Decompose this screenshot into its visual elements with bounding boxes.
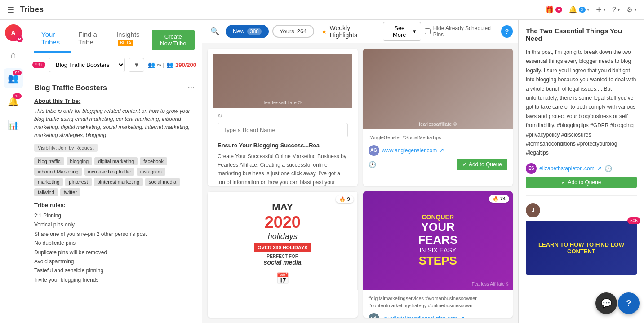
tribe-selector-dropdown[interactable]: Blog Traffic Boosters [49,58,125,72]
right-url[interactable]: elizabethstapleton.com [539,165,595,172]
sidebar-item-tribes[interactable]: 👥 92 [4,68,23,88]
hamburger-icon[interactable]: ☰ [7,5,14,15]
conquer-fears: FEARS [418,234,457,247]
member-count-divider: | [163,62,164,68]
rules-title: Tribe rules: [34,202,195,208]
member-icon: 👥 [148,62,155,68]
sidebar-item-analytics[interactable]: 📊 [4,115,23,135]
may2020-content: MAY 2020 holidays OVER 330 HOLIDAYS PERF… [249,197,315,270]
tag-facebook[interactable]: facebook [140,157,167,165]
chat-button[interactable]: 💬 [595,292,617,314]
hide-scheduled-checkbox[interactable] [425,28,431,34]
right-external-icon[interactable]: ↗ [597,165,602,172]
settings-icon[interactable]: ⚙ ▾ [626,5,637,14]
user-avatar[interactable]: A P [5,24,22,41]
tag-tailwind[interactable]: tailwind [34,188,58,196]
source-url-2[interactable]: www.angiegensler.com [382,147,437,154]
refresh-icon[interactable]: ↻ [218,112,222,119]
tribe-info-title: Blog Traffic Boosters ⋯ [34,84,195,92]
right-panel: The Two Essential Things You Need In thi… [518,20,644,323]
tag-digital-marketing[interactable]: digital marketing [94,157,138,165]
add-icon[interactable]: + ▾ [596,4,606,16]
post-tags-2: #AngleGensler #SocialMediaTips [369,134,508,142]
hide-scheduled: Hide Already Scheduled Pins [425,25,497,38]
notif-badge: 10 [13,93,21,99]
tribe-description: This tribe is only for blogging related … [34,107,195,139]
tribes-badge: 92 [13,70,21,75]
tab-your-tribes[interactable]: Your Tribes [34,27,71,53]
tag-inbound-marketing[interactable]: inbound Marketing [34,168,82,176]
tribe-options-icon[interactable]: ⋯ [187,84,195,92]
right-bottom-avatar-row: J [526,203,637,217]
tag-marketing[interactable]: marketing [34,178,63,186]
external-link-icon-2[interactable]: ↗ [440,147,444,154]
sidebar-item-home[interactable]: ⌂ [4,45,23,65]
conquer-title: CONQUER [418,213,457,221]
content-tabs: 🔍 New 388 Yours 264 ★ Weekly Highlights … [202,20,518,43]
rule-8: Invite your blogging friends [34,275,195,284]
tag-blogging[interactable]: blogging [67,157,93,165]
create-tribe-button[interactable]: Create New Tribe [152,30,195,50]
help-button[interactable]: ? [501,25,513,38]
fire-icon-4: 🔥 [493,196,499,202]
rules-list: 2:1 Pinning Vertical pins only Share one… [34,211,195,284]
app-title: Tribes [20,5,540,14]
conquer-your: YOUR [418,221,457,234]
tag-increase-blog-traffic[interactable]: increase blog traffic [84,168,134,176]
year-label: 2020 [254,213,311,232]
tribe-options-button[interactable]: ▼ [129,58,144,72]
holidays-label: holidays [254,232,311,241]
right-avatar: ES [526,163,537,174]
bottom-image-text: LEARN TO HOW TO FIND LOW CONTENT [530,241,632,255]
tribe-selector-row: 99+ Blog Traffic Boosters ▼ 👥 ∞ | 👥 190/… [27,53,202,77]
tag-instagram[interactable]: instagram [137,168,165,176]
content-area: 🔍 New 388 Yours 264 ★ Weekly Highlights … [202,20,518,323]
board-name-input[interactable] [218,123,348,137]
tab-find-tribe[interactable]: Find a Tribe [71,27,109,53]
notification-icon[interactable]: 🔔 3 ▾ [568,5,590,14]
tab-insights[interactable]: Insights BETA [109,27,152,53]
tag-pinterest[interactable]: pinterest [65,178,91,186]
search-button[interactable]: 🔍 [208,24,222,38]
post-card-1: fearlessaffiliate © ↻ Ensure Your Bloggi… [208,49,358,186]
help-icon[interactable]: ? ▾ [612,6,620,14]
posts-grid: fearlessaffiliate © ↻ Ensure Your Bloggi… [202,43,518,323]
tab-yours[interactable]: Yours 264 [272,25,314,38]
hide-scheduled-label: Hide Already Scheduled Pins [433,25,497,38]
right-panel-title: The Two Essential Things You Need [526,27,637,42]
external-link-icon-4[interactable]: ↗ [460,315,465,318]
right-add-queue-button[interactable]: ✓ Add to Queue [526,177,637,188]
rule-6: Avoid spamming [34,257,195,266]
top-bar: ☰ Tribes 🎁 ▾ 🔔 3 ▾ + ▾ ? ▾ ⚙ ▾ [0,0,644,20]
rule-4: No duplicate pins [34,239,195,248]
post-image-3: 🔥 9 MAY 2020 holidays OVER 330 HOLIDAYS … [208,191,358,290]
perfect-for: PERFECT FOR [254,254,311,259]
add-to-queue-button-2[interactable]: ✓ Add to Queue [457,159,507,170]
help-float-button[interactable]: ? [618,292,640,314]
notif-count-badge: 99+ [32,62,45,68]
post-tags-4: #digitalmarketingservices #womanbusiness… [369,295,508,310]
tag-social-media[interactable]: social media [145,178,180,186]
see-more-button[interactable]: See More ▾ [383,22,421,41]
tag-blog-traffic[interactable]: blog traffic [34,157,64,165]
yours-count: 264 [297,28,307,35]
right-bottom-wrap: LEARN TO HOW TO FIND LOW CONTENT 505 [526,221,637,275]
sidebar-item-notifications[interactable]: 🔔 10 [4,92,23,111]
tribes-panel: Your Tribes Find a Tribe Insights BETA C… [27,20,202,323]
post-card-4: 🔥 74 CONQUER YOUR FEARS IN SIX EASY STEP… [363,191,513,318]
gift-icon[interactable]: 🎁 ▾ [545,5,562,14]
left-sidebar: A P ⌂ 👥 92 🔔 10 📊 [0,20,27,323]
source-url-4[interactable]: yourdigitalbrandingsolution.com [382,315,458,318]
member-count: 👥 ∞ | 👥 190/200 [148,62,196,68]
weekly-highlights: ★ Weekly Highlights [318,24,379,39]
rule-5: Duplicate pins will be removed [34,248,195,257]
post-4-content: #digitalmarketingservices #womanbusiness… [363,290,513,318]
tag-twitter[interactable]: twitter [60,188,80,196]
post-desc-1: Create Your Successful Online Marketing … [218,152,348,186]
checkmark-icon: ✓ [462,161,467,168]
tab-new[interactable]: New 388 [226,25,269,38]
source-avatar-4: yd [369,313,379,318]
tag-pinterest-marketing[interactable]: pinterest marketing [94,178,143,186]
main-layout: Your Tribes Find a Tribe Insights BETA C… [27,20,644,323]
right-source: ES elizabethstapleton.com ↗ 🕐 [526,163,637,174]
